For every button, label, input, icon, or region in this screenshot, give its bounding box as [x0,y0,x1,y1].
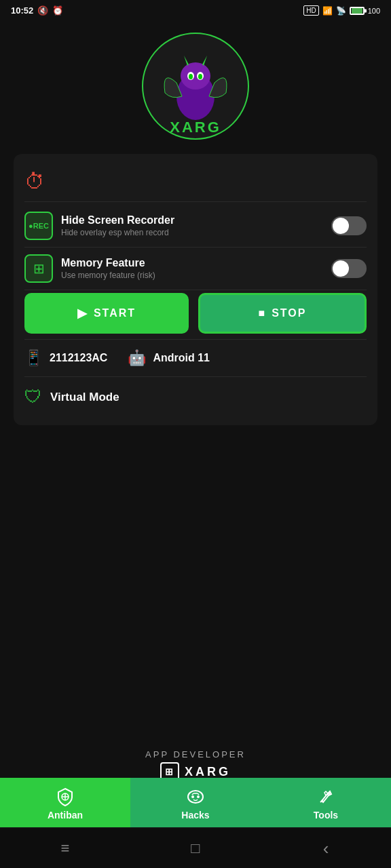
brand-name: XARG [185,765,231,779]
wifi-icon: 📡 [336,6,346,16]
hide-screen-recorder-toggle[interactable] [331,216,367,235]
phone-icon: 📱 [24,349,43,367]
svg-point-9 [188,791,203,803]
hide-screen-recorder-subtitle: Hide overlay esp when record [61,228,331,237]
android-icon: 🤖 [128,349,146,367]
hacks-icon [186,787,205,806]
memory-icon: ⊞ [33,260,45,277]
divider-2 [24,339,367,340]
status-left: 10:52 🔇 ⏰ [11,5,63,16]
logo-container: XARG [141,32,250,140]
features-card: ⏱ ●REC Hide Screen Recorder Hide overlay… [14,154,377,425]
logo-area: XARG [0,18,391,147]
battery-level: 100 [368,7,380,15]
battery-icon [350,7,365,15]
status-bar: 10:52 🔇 ⏰ HD 📶 📡 100 [0,0,391,18]
main-content: ⏱ ●REC Hide Screen Recorder Hide overlay… [0,147,391,441]
start-label: START [94,307,136,319]
svg-text:XARG: XARG [170,119,221,136]
memory-icon-container: ⊞ [24,254,53,283]
divider-1 [24,201,367,202]
virtual-mode-row: 🛡 Virtual Mode [24,380,367,414]
tools-label: Tools [314,810,338,821]
stop-button[interactable]: ■ STOP [198,293,367,334]
rec-icon-container: ●REC [24,212,53,240]
svg-point-11 [197,795,200,798]
android-version-item: 🤖 Android 11 [128,349,210,367]
memory-feature-title: Memory Feature [61,257,331,269]
memory-feature-row: ⊞ Memory Feature Use memory feature (ris… [24,248,367,290]
svg-point-10 [191,795,194,798]
toggle-knob-2 [333,260,349,277]
timer-icon: ⏱ [24,170,45,193]
memory-feature-text: Memory Feature Use memory feature (risk) [61,257,331,280]
nav-item-tools[interactable]: Tools [261,778,391,827]
svg-point-2 [181,62,210,90]
home-icon: □ [191,840,200,857]
nav-item-hacks[interactable]: Hacks [130,778,261,827]
developer-label: App Developer [145,749,246,760]
time-display: 10:52 [11,5,33,16]
antiban-label: Antiban [48,810,83,821]
action-buttons: ▶ START ■ STOP [24,293,367,334]
system-menu-button[interactable]: ≡ [55,838,75,859]
virtual-mode-label: Virtual Mode [50,391,119,404]
hd-badge: HD [303,5,318,16]
back-icon: ‹ [323,838,329,859]
system-home-button[interactable]: □ [185,838,206,859]
app-logo: XARG [141,32,250,140]
memory-feature-subtitle: Use memory feature (risk) [61,271,331,280]
play-icon: ▶ [77,306,88,321]
android-version: Android 11 [153,352,210,364]
system-nav-bar: ≡ □ ‹ [0,829,391,868]
hide-screen-recorder-text: Hide Screen Recorder Hide overlay esp wh… [61,214,331,237]
stop-label: STOP [272,307,306,319]
svg-point-6 [198,74,202,79]
status-right: HD 📶 📡 100 [303,5,380,16]
toggle-knob-1 [333,218,349,234]
antiban-icon [56,787,75,806]
stop-icon: ■ [259,307,267,319]
signal-icon: 📶 [322,6,333,16]
svg-point-5 [189,74,193,79]
divider-3 [24,376,367,377]
tools-icon [316,787,335,806]
memory-feature-toggle[interactable] [331,259,367,278]
mute-icon: 🔇 [37,5,48,16]
rec-icon: ●REC [29,222,49,230]
nav-item-antiban[interactable]: Antiban [0,778,130,827]
device-id-item: 📱 2112123AC [24,349,107,367]
device-id: 2112123AC [50,352,107,364]
alarm-icon: ⏰ [52,5,63,16]
device-info-row: 📱 2112123AC 🤖 Android 11 [24,342,367,374]
hide-screen-recorder-title: Hide Screen Recorder [61,214,331,226]
hacks-label: Hacks [181,810,209,821]
bottom-spacer [0,441,391,645]
system-back-button[interactable]: ‹ [316,838,336,859]
start-button[interactable]: ▶ START [24,293,189,334]
shield-check-icon: 🛡 [24,387,42,408]
timer-row: ⏱ [24,165,367,199]
menu-icon: ≡ [61,840,70,857]
bottom-navigation: Antiban Hacks Tools [0,778,391,827]
hide-screen-recorder-row: ●REC Hide Screen Recorder Hide overlay e… [24,205,367,248]
